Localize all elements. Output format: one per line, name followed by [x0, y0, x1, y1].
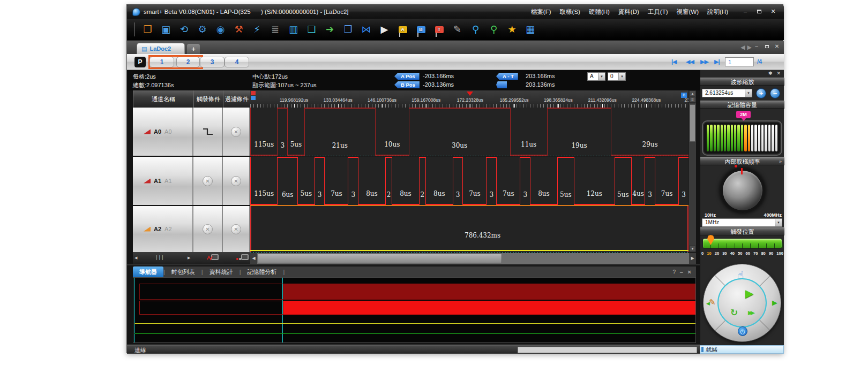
bottom-tab-4[interactable]: 記憶體分析: [241, 266, 283, 277]
doc-close-button[interactable]: ✕: [773, 43, 781, 50]
compare-docs-icon[interactable]: ❐: [341, 22, 355, 37]
navigator-left-cursor[interactable]: [134, 278, 135, 342]
minimize-button[interactable]: –: [740, 8, 751, 16]
hscroll-thumb[interactable]: [258, 254, 502, 263]
fast-forward-icon[interactable]: ▶▶: [748, 309, 753, 316]
a-pos-badge[interactable]: A Pos: [394, 73, 420, 80]
favorites-icon[interactable]: ★: [505, 22, 519, 37]
next-page-button[interactable]: ▶▶: [700, 58, 708, 65]
panel-minimize-button[interactable]: –: [680, 269, 683, 275]
page-button-3[interactable]: 3: [200, 57, 225, 67]
repeat-icon[interactable]: ↻: [730, 307, 738, 318]
scroll-down-icon[interactable]: ▼: [689, 246, 696, 252]
close-button[interactable]: ✕: [768, 8, 779, 16]
b-t-badge[interactable]: [496, 81, 507, 88]
open-file-icon[interactable]: ❒: [140, 22, 155, 37]
marker-select[interactable]: A▼: [587, 72, 605, 81]
clock-icon[interactable]: ◷: [738, 326, 747, 336]
flag-a-icon[interactable]: A: [395, 22, 410, 37]
settings-tools-icon[interactable]: ⚒: [231, 22, 246, 37]
sample-rate-select[interactable]: 1MHz ▼: [702, 218, 782, 227]
navigation-pad[interactable]: ☝ ✎ ◀ ▶ ▶ ↻ ▶▶ ◷: [703, 264, 781, 342]
trigger-condition-cell[interactable]: [193, 108, 223, 156]
flag-t-icon[interactable]: T: [432, 22, 446, 37]
index-select[interactable]: 0▼: [608, 72, 626, 81]
page-button-1[interactable]: 1: [149, 57, 174, 67]
navigator-overview[interactable]: [133, 277, 696, 343]
last-page-button[interactable]: ▶|: [714, 58, 720, 65]
marker-pen-icon[interactable]: ✎: [450, 22, 465, 37]
menu-item[interactable]: 工具(T): [643, 8, 672, 16]
vscroll-thumb[interactable]: [690, 104, 695, 142]
pin-icon[interactable]: ✱: [768, 71, 773, 76]
tab-ladoc2[interactable]: ▤ LaDoc2: [137, 43, 185, 54]
scroll-right-icon[interactable]: ▶: [188, 256, 190, 260]
page-button-2[interactable]: 2: [176, 57, 200, 67]
search-forward-icon[interactable]: ⚲: [487, 22, 501, 37]
scroll-grip-icon[interactable]: ≡: [689, 97, 696, 103]
filter-condition-cell[interactable]: ✕: [223, 206, 250, 252]
channel-name-cell[interactable]: A1A1: [133, 157, 193, 205]
arrow-right-icon[interactable]: ▶: [772, 299, 777, 307]
restore-button[interactable]: [754, 8, 765, 16]
channel-row-a1[interactable]: A1A1 ✕ ✕: [133, 157, 250, 205]
filter-condition-cell[interactable]: ✕: [223, 108, 250, 156]
menu-item[interactable]: 硬體(H): [585, 8, 614, 16]
window-layout-icon[interactable]: ❏: [304, 22, 319, 37]
trigger-condition-cell[interactable]: ✕: [193, 157, 223, 205]
prev-page-button[interactable]: ◀◀: [686, 58, 694, 65]
help-button[interactable]: ?: [672, 269, 676, 275]
memory-capacity-gauge[interactable]: [702, 120, 782, 156]
channel-name-cell[interactable]: A0A0: [133, 108, 193, 156]
save-settings-icon[interactable]: ⚙: [195, 22, 209, 37]
waveform-channel-a1[interactable]: 115us6us5us37us38us28us28us37us37us38us5…: [250, 157, 689, 205]
scroll-right-icon[interactable]: ▶: [689, 253, 696, 264]
page-number-input[interactable]: [725, 57, 754, 66]
waveform-channel-a0[interactable]: 115us35us21us10us30us11us19us29us: [250, 108, 689, 156]
instrument-panel-icon[interactable]: ▥: [286, 22, 301, 37]
sample-rate-knob[interactable]: [720, 168, 765, 213]
channel-row-a2[interactable]: A2A2 ✕ ✕: [133, 206, 250, 252]
first-page-button[interactable]: |◀: [671, 58, 677, 65]
channel-scroll-thumb[interactable]: ∣∣∣: [155, 255, 164, 260]
menu-item[interactable]: 資料(D): [614, 8, 643, 16]
memory-depth-icon[interactable]: ≣: [268, 22, 282, 37]
flag-b-icon[interactable]: B: [414, 22, 428, 37]
horizontal-scrollbar[interactable]: ◀ ▶: [250, 253, 696, 264]
quick-sample-icon[interactable]: ⚡: [250, 22, 264, 37]
scroll-up-icon[interactable]: ▲: [689, 90, 696, 96]
playback-icon[interactable]: ▶: [377, 22, 392, 37]
channel-row-a0[interactable]: A0A0 ✕: [133, 108, 250, 156]
play-icon[interactable]: ▶: [745, 287, 753, 300]
export-data-icon[interactable]: ➔: [323, 22, 337, 37]
save-icon[interactable]: ▣: [159, 22, 173, 37]
expand-icon[interactable]: »: [779, 158, 782, 166]
waveform-style-icon[interactable]: [207, 254, 221, 262]
new-tab-button[interactable]: +: [187, 44, 200, 54]
time-ruler[interactable]: B 119.968192us133.034464us146.100736us15…: [250, 90, 689, 108]
page-button-4[interactable]: 4: [225, 57, 249, 67]
trigger-condition-cell[interactable]: ✕: [193, 206, 223, 252]
bus-decode-icon[interactable]: ⋈: [359, 22, 373, 37]
doc-restore-button[interactable]: [763, 43, 770, 50]
counter-icon[interactable]: ▦: [523, 22, 537, 37]
tab-scroll-arrows[interactable]: ◀▶: [740, 44, 754, 51]
bottom-tab-2[interactable]: 封包列表: [165, 266, 201, 277]
panel-close-button[interactable]: ✕: [687, 269, 692, 275]
menu-item[interactable]: 檔案(F): [527, 8, 556, 16]
zoom-out-button[interactable]: −: [770, 88, 780, 98]
menu-item[interactable]: 視窗(W): [672, 8, 704, 16]
waveform-channel-a2[interactable]: 786.432ms: [250, 206, 689, 252]
scroll-left-icon[interactable]: ◀: [134, 256, 137, 260]
doc-minimize-button[interactable]: –: [753, 43, 760, 50]
arrow-left-icon[interactable]: ◀: [706, 301, 710, 306]
search-back-icon[interactable]: ⚲: [468, 22, 483, 37]
scroll-left-icon[interactable]: ◀: [250, 253, 257, 264]
vertical-scrollbar[interactable]: ▲ ≡ ▼: [689, 90, 696, 252]
save-restore-icon[interactable]: ⟲: [177, 22, 191, 37]
menu-item[interactable]: 說明(H): [703, 8, 732, 16]
trigger-position-marker[interactable]: [467, 92, 473, 96]
close-icon[interactable]: ✕: [776, 71, 781, 76]
page-p-button[interactable]: P: [134, 57, 146, 67]
bottom-tab-1[interactable]: 導航器: [133, 266, 163, 277]
